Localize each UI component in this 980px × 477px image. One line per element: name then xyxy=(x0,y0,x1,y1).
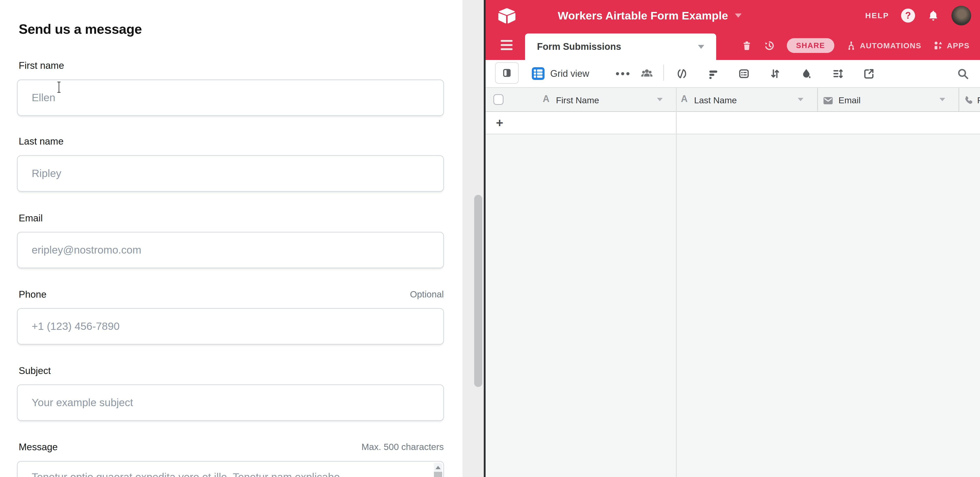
column-header-last-name[interactable]: Last Name xyxy=(694,95,737,105)
view-sidebar-toggle-button[interactable] xyxy=(495,62,519,84)
add-row-plus-icon[interactable]: + xyxy=(496,112,503,134)
first-name-input[interactable]: Ellen xyxy=(17,79,444,116)
form-heading: Send us a message xyxy=(19,21,142,37)
base-title-caret-icon[interactable] xyxy=(735,14,741,17)
view-toolbar: Grid view xyxy=(485,60,980,87)
column-caret-icon[interactable] xyxy=(940,98,945,101)
column-divider[interactable] xyxy=(958,88,959,111)
last-name-label: Last name xyxy=(19,136,64,147)
email-field-type-icon xyxy=(822,95,834,107)
left-pane-scrollbar-track[interactable] xyxy=(463,0,484,477)
add-row[interactable]: + xyxy=(485,112,980,135)
table-caret-icon[interactable] xyxy=(698,45,704,49)
scroll-up-arrow-icon[interactable] xyxy=(436,466,441,469)
view-name: Grid view xyxy=(550,68,589,79)
message-maxlength-helper: Max. 500 characters xyxy=(361,442,444,452)
textarea-scrollbar[interactable] xyxy=(434,463,442,477)
message-label: Message xyxy=(19,442,58,453)
apps-label: APPS xyxy=(947,41,970,50)
group-icon[interactable] xyxy=(738,60,750,87)
grid-view-icon xyxy=(532,67,544,80)
sort-icon[interactable] xyxy=(769,60,781,87)
table-tab-bar: Form Submissions SHARE xyxy=(485,31,980,60)
history-icon[interactable] xyxy=(764,40,775,52)
first-name-label: First name xyxy=(19,60,64,71)
hide-fields-icon[interactable] xyxy=(676,60,688,87)
column-caret-icon[interactable] xyxy=(657,98,663,101)
left-pane-scrollbar-thumb[interactable] xyxy=(474,195,482,387)
view-options-ellipsis-icon[interactable] xyxy=(616,60,630,87)
share-button[interactable]: SHARE xyxy=(787,38,835,53)
column-header-first-name[interactable]: First Name xyxy=(556,95,599,105)
text-cursor-icon xyxy=(57,81,61,93)
help-menu[interactable]: HELP xyxy=(865,11,889,20)
active-table-name: Form Submissions xyxy=(537,41,621,52)
color-icon[interactable] xyxy=(800,60,812,87)
automations-button[interactable]: AUTOMATIONS xyxy=(846,40,921,51)
apps-button[interactable]: APPS xyxy=(933,40,970,51)
filter-icon[interactable] xyxy=(707,60,719,87)
grid-header-row: A First Name A Last Name Email Phone xyxy=(485,87,980,112)
textarea-scrollbar-thumb[interactable] xyxy=(434,472,442,477)
subject-placeholder: Your example subject xyxy=(32,396,133,409)
tab-form-submissions[interactable]: Form Submissions xyxy=(525,33,716,60)
row-height-icon[interactable] xyxy=(832,60,844,87)
airtable-logo-icon[interactable] xyxy=(497,6,517,25)
user-avatar[interactable] xyxy=(951,6,971,25)
column-caret-icon[interactable] xyxy=(798,98,803,101)
automations-label: AUTOMATIONS xyxy=(860,41,921,50)
email-label: Email xyxy=(19,213,43,224)
email-input[interactable]: eripley@nostromo.com xyxy=(17,232,444,268)
share-view-icon[interactable] xyxy=(863,60,875,87)
column-header-phone[interactable]: Phone xyxy=(977,95,980,105)
last-name-placeholder: Ripley xyxy=(32,167,61,180)
subject-input[interactable]: Your example subject xyxy=(17,384,444,421)
message-textarea[interactable]: Tenetur optio quaerat expedita vero et i… xyxy=(17,461,444,477)
text-field-type-icon: A xyxy=(543,93,549,104)
select-all-checkbox[interactable] xyxy=(493,94,503,105)
column-divider[interactable] xyxy=(817,88,818,111)
pane-divider[interactable] xyxy=(484,0,485,477)
collaborators-icon[interactable] xyxy=(640,60,654,87)
column-header-email[interactable]: Email xyxy=(838,95,861,105)
contact-form-pane: Send us a message First name Ellen Last … xyxy=(0,0,463,477)
trash-icon[interactable] xyxy=(741,41,752,51)
phone-field-type-icon xyxy=(963,95,975,106)
frozen-column-divider xyxy=(676,88,677,477)
hamburger-menu-icon[interactable] xyxy=(501,40,512,50)
grid-empty-area xyxy=(485,135,980,477)
first-name-placeholder: Ellen xyxy=(32,92,55,104)
phone-placeholder: +1 (123) 456-7890 xyxy=(32,320,120,333)
base-title[interactable]: Workers Airtable Form Example xyxy=(558,10,728,22)
airtable-pane: Workers Airtable Form Example HELP ? For… xyxy=(485,0,980,477)
notifications-bell-icon[interactable] xyxy=(927,10,940,22)
phone-label: Phone xyxy=(19,289,46,300)
help-question-icon[interactable]: ? xyxy=(901,9,915,22)
airtable-app-bar: Workers Airtable Form Example HELP ? xyxy=(485,0,980,31)
text-field-type-icon: A xyxy=(681,93,687,104)
last-name-input[interactable]: Ripley xyxy=(17,155,444,192)
message-placeholder: Tenetur optio quaerat expedita vero et i… xyxy=(32,471,340,477)
subject-label: Subject xyxy=(19,365,51,376)
view-switcher[interactable]: Grid view xyxy=(532,60,589,87)
toolbar-divider xyxy=(663,65,664,81)
email-placeholder: eripley@nostromo.com xyxy=(32,244,141,256)
phone-input[interactable]: +1 (123) 456-7890 xyxy=(17,308,444,345)
phone-optional-helper: Optional xyxy=(410,289,444,300)
search-icon[interactable] xyxy=(957,60,969,87)
